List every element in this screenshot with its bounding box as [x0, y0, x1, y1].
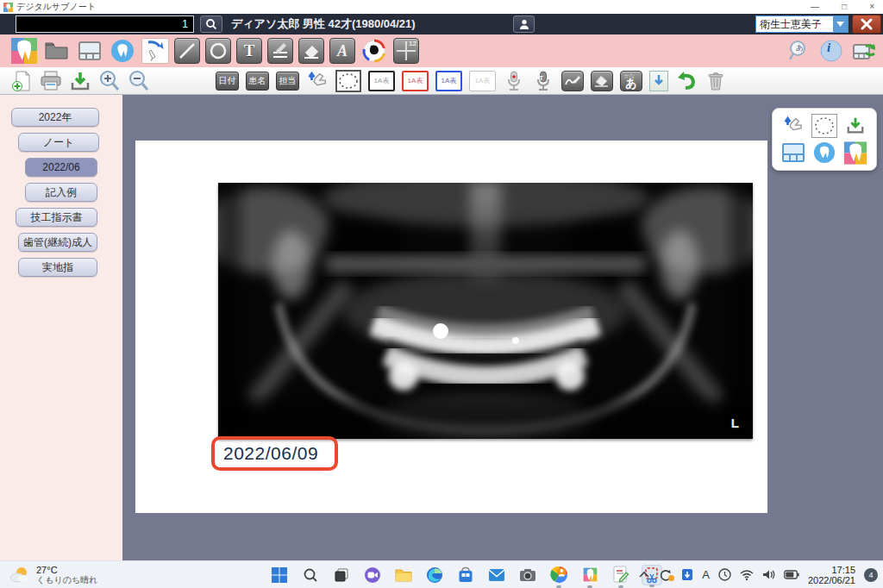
staff-select-value: 衛生士恵美子 [756, 16, 833, 32]
window-refresh-icon[interactable] [850, 38, 878, 64]
ellipse-tool[interactable] [205, 38, 231, 64]
battery-icon[interactable] [784, 570, 799, 579]
floating-tool-palette [772, 108, 877, 171]
notes-app-icon[interactable] [611, 565, 631, 585]
volume-icon[interactable] [762, 569, 775, 580]
color-wheel-icon[interactable] [360, 38, 388, 64]
pen-lines-tool[interactable] [267, 38, 293, 64]
tray-chevron-icon[interactable] [638, 571, 650, 579]
close-button[interactable]: × [869, 0, 874, 14]
preset-red-button[interactable]: 1A表 [402, 71, 429, 91]
tray-app-icon[interactable] [681, 568, 693, 581]
mail-icon[interactable] [486, 565, 507, 585]
eraser-dark-button[interactable] [591, 71, 613, 91]
xray-left-marker: L [731, 416, 739, 430]
ime-indicator[interactable]: A [702, 568, 710, 581]
tooth-chart-icon[interactable] [811, 141, 837, 165]
print-icon[interactable] [40, 70, 62, 92]
window-controls: — □ × [811, 0, 880, 14]
sidebar-item-example[interactable]: 記入例 [25, 183, 97, 202]
date-stamp[interactable]: 2022/06/09 [211, 436, 338, 471]
tray-sync-icon[interactable] [659, 569, 673, 581]
zoom-in-icon[interactable] [98, 70, 121, 92]
line-tool[interactable] [174, 38, 200, 64]
note-page[interactable]: L 2022/06/09 [135, 141, 767, 513]
hand-pointer-icon[interactable] [306, 70, 329, 92]
open-folder-icon[interactable] [43, 38, 71, 64]
save-icon[interactable] [69, 70, 91, 92]
panoramic-xray-image[interactable]: L [218, 183, 753, 439]
layout-window-icon[interactable] [76, 38, 103, 64]
staff-select[interactable]: 衛生士恵美子 [755, 16, 849, 33]
sidebar-item-shikan-adult[interactable]: 歯管(継続)成人 [18, 233, 97, 252]
dotted-select-tool[interactable] [335, 70, 361, 92]
undo-icon[interactable] [675, 70, 698, 92]
content-area: 2022年 ノート 2022/06 記入例 技工指示書 歯管(継続)成人 実地指 [0, 95, 883, 560]
stamp-patient-label: 患名 [249, 75, 266, 87]
info-glyph: i [827, 41, 830, 55]
app-close-button[interactable] [852, 15, 881, 34]
stamp-patient-button[interactable]: 患名 [246, 72, 269, 91]
patient-search-button[interactable] [200, 16, 222, 33]
kana-button[interactable]: かな あ [620, 71, 642, 91]
hand-pointer-icon[interactable] [780, 114, 806, 138]
weather-widget[interactable]: 27°C くもりのち晴れ [9, 565, 97, 585]
preset-black-button[interactable]: 1A表 [368, 71, 395, 91]
grid-12-tool[interactable]: 12 [393, 38, 419, 64]
mic-text-glyph: T [539, 74, 543, 82]
mic-icon[interactable] [503, 70, 525, 92]
app-logo-icon[interactable] [10, 38, 38, 64]
notification-badge[interactable]: 4 [864, 568, 878, 582]
chat-icon[interactable] [362, 565, 383, 585]
weather-temp: 27°C [36, 565, 97, 575]
wifi-icon[interactable] [740, 570, 754, 580]
zoom-out-icon[interactable] [128, 70, 150, 92]
tooth-chart-icon[interactable] [109, 38, 136, 64]
preset-blue-button[interactable]: 1A表 [435, 71, 462, 91]
info-icon[interactable]: i [817, 38, 845, 64]
layout-window-icon[interactable] [780, 141, 806, 165]
maximize-button[interactable]: □ [842, 0, 847, 14]
sidebar-item-note[interactable]: ノート [18, 133, 99, 152]
patient-detail-button[interactable] [513, 16, 535, 33]
camera-icon[interactable] [517, 565, 538, 585]
sidebar-item-lab-order[interactable]: 技工指示書 [16, 208, 97, 227]
taskbar-clock[interactable]: 17:15 2022/06/21 [808, 565, 855, 585]
font-tool[interactable]: A [329, 38, 355, 64]
file-explorer-icon[interactable] [393, 565, 414, 585]
edge-icon[interactable] [424, 565, 445, 585]
font-tool-glyph: A [337, 42, 348, 60]
taskbar-search-icon[interactable] [300, 565, 321, 585]
store-icon[interactable] [455, 565, 476, 585]
app-logo-icon[interactable] [842, 141, 868, 165]
select-pen-tool[interactable] [141, 38, 169, 64]
date-stamp-text: 2022/06/09 [223, 443, 318, 464]
sidebar-item-2022[interactable]: 2022年 [11, 108, 99, 127]
save-down-icon[interactable] [842, 114, 868, 138]
dropdown-arrow-icon[interactable] [833, 16, 848, 32]
sidebar-item-jicchishi[interactable]: 実地指 [18, 258, 97, 277]
tray-clock-icon[interactable] [718, 568, 731, 581]
mic-text-icon[interactable]: T [532, 70, 554, 92]
dotted-select-tool[interactable] [811, 114, 837, 138]
minimize-button[interactable]: — [811, 0, 819, 14]
taskbar-time: 17:15 [808, 565, 855, 575]
kana-search-icon[interactable]: あ [785, 38, 812, 64]
text-tool[interactable]: T [236, 38, 262, 64]
insert-down-button[interactable] [649, 71, 668, 91]
new-page-icon[interactable] [10, 70, 33, 92]
stamp-date-button[interactable]: 日付 [216, 72, 239, 91]
preset-gray-button[interactable]: 1A表 [469, 71, 496, 91]
eraser-tool[interactable] [298, 38, 324, 64]
patient-number-input[interactable] [16, 16, 194, 33]
task-view-icon[interactable] [331, 565, 352, 585]
tooth-app-icon[interactable] [579, 565, 600, 585]
title-bar: デジタルサブノート — □ × [0, 0, 883, 14]
sidebar-item-2022-06[interactable]: 2022/06 [25, 158, 97, 177]
start-button[interactable] [269, 565, 290, 585]
trash-icon[interactable] [705, 70, 727, 92]
window-title: デジタルサブノート [16, 1, 96, 13]
chrome-profile-icon[interactable] [548, 565, 569, 585]
pen-draw-button[interactable] [561, 71, 584, 91]
stamp-staff-button[interactable]: 担当 [276, 72, 299, 91]
